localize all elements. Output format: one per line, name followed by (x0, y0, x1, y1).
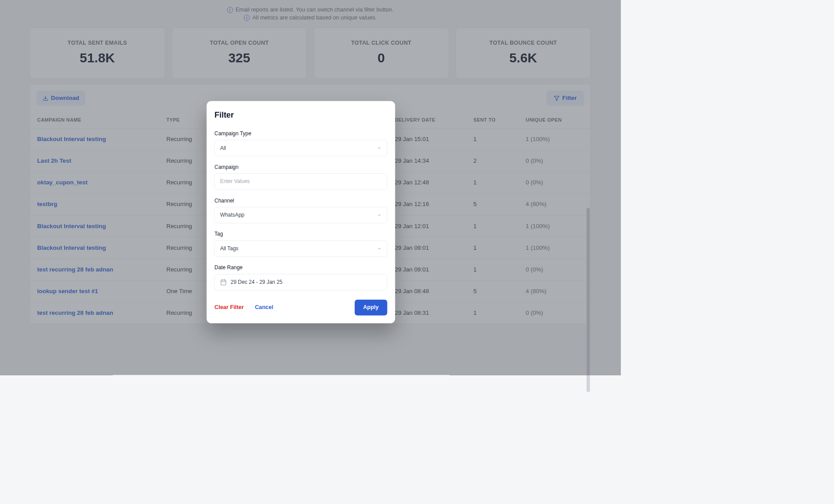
tag-select[interactable]: All Tags (214, 241, 387, 257)
calendar-icon (220, 279, 227, 286)
campaign-type-select[interactable]: All (214, 140, 387, 156)
campaign-placeholder: Enter Values (220, 179, 250, 184)
channel-select[interactable]: WhatsApp (214, 207, 387, 223)
channel-value: WhatsApp (220, 212, 245, 218)
chevron-down-icon (377, 213, 382, 217)
clear-filter-button[interactable]: Clear Filter (214, 304, 244, 311)
filter-modal: Filter Campaign Type All Campaign Enter … (207, 101, 395, 323)
svg-rect-1 (221, 280, 226, 285)
campaign-input[interactable]: Enter Values (214, 173, 387, 190)
chevron-down-icon (377, 146, 382, 150)
chevron-down-icon (377, 246, 382, 251)
date-range-input[interactable]: 29 Dec 24 - 29 Jan 25 (214, 274, 387, 290)
campaign-type-value: All (220, 145, 226, 151)
cancel-button[interactable]: Cancel (255, 304, 273, 311)
tag-label: Tag (214, 231, 387, 237)
date-range-label: Date Range (214, 265, 387, 271)
campaign-type-label: Campaign Type (214, 130, 387, 136)
channel-label: Channel (214, 198, 387, 203)
tag-value: All Tags (220, 246, 238, 252)
apply-button[interactable]: Apply (355, 300, 387, 316)
modal-title: Filter (214, 110, 387, 119)
date-range-value: 29 Dec 24 - 29 Jan 25 (231, 279, 283, 285)
campaign-label: Campaign (214, 164, 387, 170)
